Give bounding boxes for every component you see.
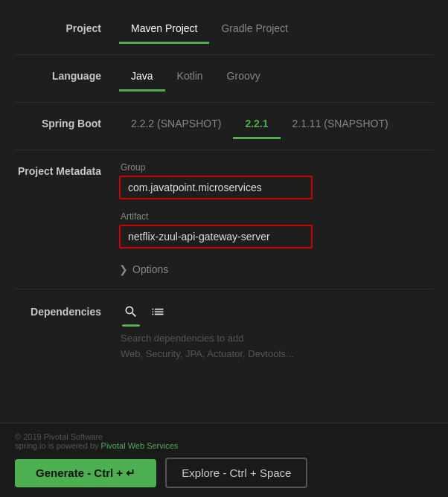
search-dep-button[interactable] bbox=[119, 301, 143, 322]
group-label: Group bbox=[119, 162, 433, 173]
generate-label: Generate - Ctrl + ↵ bbox=[36, 466, 135, 480]
footer-line1: © 2019 Pivotal Software bbox=[15, 432, 103, 441]
metadata-row: Project Metadata Group Artifact ❯ Option… bbox=[0, 150, 448, 289]
dep-placeholder: Web, Security, JPA, Actuator, Devtools..… bbox=[119, 347, 433, 361]
project-row: Project Maven Project Gradle Project bbox=[0, 7, 448, 54]
groovy-tab[interactable]: Groovy bbox=[215, 65, 272, 92]
dependencies-content: Search dependencies to add Web, Security… bbox=[119, 301, 433, 361]
dependencies-row: Dependencies Search dependencies to add … bbox=[0, 289, 448, 371]
list-dep-button[interactable] bbox=[146, 301, 170, 322]
options-label: Options bbox=[132, 263, 168, 275]
version-222-tab[interactable]: 2.2.2 (SNAPSHOT) bbox=[119, 113, 233, 139]
generate-button[interactable]: Generate - Ctrl + ↵ bbox=[15, 459, 156, 487]
metadata-section: Group Artifact ❯ Options bbox=[119, 162, 433, 278]
language-row: Language Java Kotlin Groovy bbox=[0, 55, 448, 102]
dep-search-hint: Search dependencies to add bbox=[119, 327, 433, 347]
maven-project-tab[interactable]: Maven Project bbox=[119, 18, 209, 44]
project-label: Project bbox=[15, 18, 119, 34]
java-tab[interactable]: Java bbox=[119, 65, 165, 92]
gradle-project-tab[interactable]: Gradle Project bbox=[209, 18, 299, 44]
spring-boot-label: Spring Boot bbox=[15, 113, 119, 129]
artifact-field-group: Artifact bbox=[119, 211, 433, 248]
explore-button[interactable]: Explore - Ctrl + Space bbox=[165, 458, 307, 488]
pivotal-web-services-link[interactable]: Pivotal Web Services bbox=[101, 441, 179, 450]
artifact-label: Artifact bbox=[119, 211, 433, 222]
artifact-input[interactable] bbox=[119, 225, 313, 248]
options-toggle[interactable]: ❯ Options bbox=[119, 260, 433, 278]
search-icon bbox=[124, 304, 138, 319]
explore-label: Explore - Ctrl + Space bbox=[182, 466, 291, 479]
dependencies-label: Dependencies bbox=[15, 301, 119, 318]
list-icon bbox=[150, 304, 165, 319]
metadata-label: Project Metadata bbox=[15, 162, 119, 177]
language-options: Java Kotlin Groovy bbox=[119, 65, 433, 92]
group-field-group: Group bbox=[119, 162, 433, 199]
project-options: Maven Project Gradle Project bbox=[119, 18, 433, 44]
chevron-right-icon: ❯ bbox=[119, 263, 128, 275]
footer-text: © 2019 Pivotal Software spring.io is pow… bbox=[15, 432, 433, 450]
version-2111-tab[interactable]: 2.1.11 (SNAPSHOT) bbox=[281, 113, 400, 139]
group-input[interactable] bbox=[119, 176, 313, 199]
footer-line2: spring.io is powered by bbox=[15, 441, 99, 450]
bottom-bar: © 2019 Pivotal Software spring.io is pow… bbox=[0, 423, 448, 497]
language-label: Language bbox=[15, 65, 119, 82]
dep-icon-bar bbox=[119, 301, 433, 327]
kotlin-tab[interactable]: Kotlin bbox=[165, 65, 215, 92]
spring-boot-row: Spring Boot 2.2.2 (SNAPSHOT) 2.2.1 2.1.1… bbox=[0, 103, 448, 150]
spring-boot-options: 2.2.2 (SNAPSHOT) 2.2.1 2.1.11 (SNAPSHOT) bbox=[119, 113, 433, 139]
bottom-buttons: Generate - Ctrl + ↵ Explore - Ctrl + Spa… bbox=[15, 458, 433, 488]
version-221-tab[interactable]: 2.2.1 bbox=[233, 113, 280, 139]
